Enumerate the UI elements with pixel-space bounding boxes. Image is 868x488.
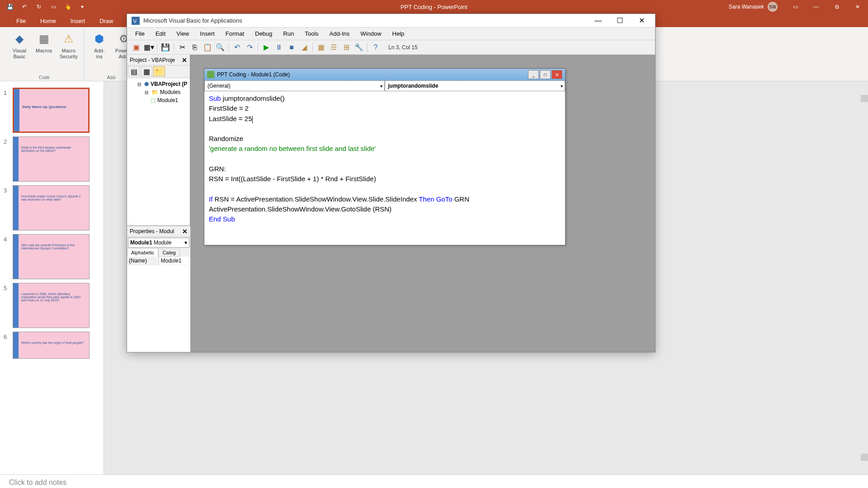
code-close-icon[interactable]: ✕ <box>552 70 562 79</box>
thumb-row[interactable]: 1 Daily Warm Up Questions <box>0 86 104 135</box>
menu-tools[interactable]: Tools <box>300 28 323 39</box>
macros-button[interactable]: ▦ Macros <box>33 30 55 74</box>
ppt-titlebar: 💾 ↶ ↻ ▭ 👆 ▾ PPT Coding - PowerPoint Sara… <box>0 0 868 14</box>
object-dropdown[interactable]: (General) ▾ <box>204 80 385 91</box>
toggle-folders-icon[interactable]: 📁 <box>153 66 165 76</box>
chevron-down-icon: ▾ <box>380 84 382 89</box>
vba-maximize-icon[interactable]: ☐ <box>611 14 629 27</box>
touch-icon[interactable]: 👆 <box>63 2 72 11</box>
slideshow-icon[interactable]: ▭ <box>49 2 58 11</box>
thumb-row[interactable]: 6 Which country has the origin of Inuit … <box>0 330 104 361</box>
code-editor[interactable]: Sub jumptorandomslide() FirstSlide = 2 L… <box>204 91 565 245</box>
run-icon[interactable]: ▶ <box>261 42 272 53</box>
break-icon[interactable]: ⏸ <box>274 42 284 53</box>
undo-icon[interactable]: ↶ <box>231 42 242 53</box>
quick-access-toolbar: 💾 ↶ ↻ ▭ 👆 ▾ <box>0 2 87 11</box>
panel-close-icon[interactable]: ✕ <box>182 228 188 235</box>
paste-icon[interactable]: 📋 <box>202 42 213 53</box>
view-object-icon[interactable]: ▦ <box>141 66 152 76</box>
view-ppt-icon[interactable]: ▣ <box>131 42 142 53</box>
thumb-1[interactable]: Daily Warm Up Questions <box>13 88 90 133</box>
menu-edit[interactable]: Edit <box>151 28 170 39</box>
reset-icon[interactable]: ■ <box>286 42 297 53</box>
procedure-dropdown[interactable]: jumptorandomslide ▾ <box>385 80 565 91</box>
thumb-2[interactable]: What is the third largest continental la… <box>13 136 90 182</box>
code-window: PPT Coding - Module1 (Code) _ □ ✕ (Gener… <box>204 68 566 245</box>
code-titlebar[interactable]: PPT Coding - Module1 (Code) _ □ ✕ <box>204 69 565 80</box>
props-grid[interactable]: (Name) Module1 <box>127 257 190 352</box>
project-panel-title[interactable]: Project - VBAProje ✕ <box>127 55 190 66</box>
properties-title[interactable]: Properties - Modul ✕ <box>127 226 190 237</box>
properties-icon[interactable]: ☰ <box>328 42 339 53</box>
thumb-row[interactable]: 5 Launched in 2006, which planetary expl… <box>0 281 104 330</box>
tree-module1[interactable]: ⬚ Module1 <box>129 96 188 104</box>
canvas-scrollbar[interactable] <box>861 95 868 461</box>
menu-addins[interactable]: Add-Ins <box>325 28 354 39</box>
vba-close-icon[interactable]: ✕ <box>632 14 651 27</box>
tab-home[interactable]: Home <box>33 15 63 27</box>
close-icon[interactable]: ✕ <box>847 0 868 14</box>
notes-pane[interactable]: Click to add notes <box>0 474 868 488</box>
props-tab-categorized[interactable]: Categ <box>158 249 179 257</box>
maximize-icon[interactable]: ⧉ <box>826 0 847 14</box>
menu-window[interactable]: Window <box>356 28 386 39</box>
tree-project[interactable]: ⊟⬢ VBAProject (P <box>129 80 188 88</box>
project-explorer: Project - VBAProje ✕ ▤ ▦ 📁 ⊟⬢ VBAProject… <box>127 55 190 225</box>
code-maximize-icon[interactable]: □ <box>540 70 551 79</box>
ribbon-options-icon[interactable]: ▭ <box>785 0 806 14</box>
code-minimize-icon[interactable]: _ <box>528 70 539 79</box>
thumb-4[interactable]: Who was the seventh President of the Int… <box>13 234 90 279</box>
view-code-icon[interactable]: ▤ <box>128 66 140 76</box>
vba-minimize-icon[interactable]: — <box>589 14 607 27</box>
project-tree[interactable]: ⊟⬢ VBAProject (P ⊟📁 Modules ⬚ Module1 <box>127 78 190 225</box>
menu-run[interactable]: Run <box>278 28 298 39</box>
save-icon[interactable]: 💾 <box>160 42 171 53</box>
save-icon[interactable]: 💾 <box>5 2 14 11</box>
project-explorer-icon[interactable]: ▦ <box>316 42 326 53</box>
panel-close-icon[interactable]: ✕ <box>182 56 187 64</box>
app-title: PPT Coding - PowerPoint <box>401 4 467 10</box>
minimize-icon[interactable]: — <box>806 0 826 14</box>
tab-draw[interactable]: Draw <box>92 15 120 27</box>
menu-debug[interactable]: Debug <box>250 28 277 39</box>
addins-icon: ⬢ <box>92 32 107 46</box>
vba-titlebar[interactable]: V Microsoft Visual Basic for Application… <box>127 14 655 28</box>
menu-format[interactable]: Format <box>221 28 249 39</box>
addins-button[interactable]: ⬢ Add- ins <box>88 30 111 74</box>
user-area[interactable]: Sara Wanasek SW <box>729 2 778 12</box>
svg-text:V: V <box>133 18 137 23</box>
props-tab-alphabetic[interactable]: Alphabetic <box>127 249 158 257</box>
thumb-row[interactable]: 4 Who was the seventh President of the I… <box>0 232 104 281</box>
cursor-position: Ln 3, Col 15 <box>388 44 418 51</box>
thumb-row[interactable]: 3 First Earth orbiter Soviet Union's Spu… <box>0 183 104 232</box>
redo-icon[interactable]: ↻ <box>34 2 43 11</box>
props-object-combo[interactable]: Module1 Module ▾ <box>128 238 189 248</box>
find-icon[interactable]: 🔍 <box>215 42 226 53</box>
menu-view[interactable]: View <box>172 28 193 39</box>
thumb-5[interactable]: Launched in 2006, which planetary explor… <box>13 283 90 328</box>
tab-file[interactable]: File <box>9 15 33 27</box>
menu-file[interactable]: File <box>131 28 149 39</box>
thumb-6[interactable]: Which country has the origin of Inuit pe… <box>13 332 90 359</box>
insert-module-icon[interactable]: ▦▾ <box>143 42 154 53</box>
help-icon[interactable]: ? <box>370 42 381 53</box>
visual-basic-button[interactable]: ◆ Visual Basic <box>8 30 31 74</box>
thumb-3[interactable]: First Earth orbiter Soviet Union's Sputn… <box>13 185 90 230</box>
macro-security-button[interactable]: ⚠ Macro Security <box>57 30 80 74</box>
toolbox-icon[interactable]: 🔧 <box>354 42 364 53</box>
tab-insert[interactable]: Insert <box>63 15 93 27</box>
qat-more-icon[interactable]: ▾ <box>78 2 87 11</box>
slide-thumbnails[interactable]: 1 Daily Warm Up Questions 2 What is the … <box>0 81 104 474</box>
design-mode-icon[interactable]: ◢ <box>299 42 310 53</box>
thumb-row[interactable]: 2 What is the third largest continental … <box>0 135 104 183</box>
tree-modules-folder[interactable]: ⊟📁 Modules <box>129 88 188 96</box>
menu-insert[interactable]: Insert <box>195 28 219 39</box>
svg-rect-2 <box>207 71 214 78</box>
menu-help[interactable]: Help <box>388 28 409 39</box>
cut-icon[interactable]: ✂ <box>177 42 188 53</box>
redo-icon[interactable]: ↷ <box>244 42 255 53</box>
undo-icon[interactable]: ↶ <box>20 2 29 11</box>
copy-icon[interactable]: ⎘ <box>189 42 200 53</box>
warning-icon: ⚠ <box>61 32 76 46</box>
object-browser-icon[interactable]: ⊞ <box>341 42 352 53</box>
